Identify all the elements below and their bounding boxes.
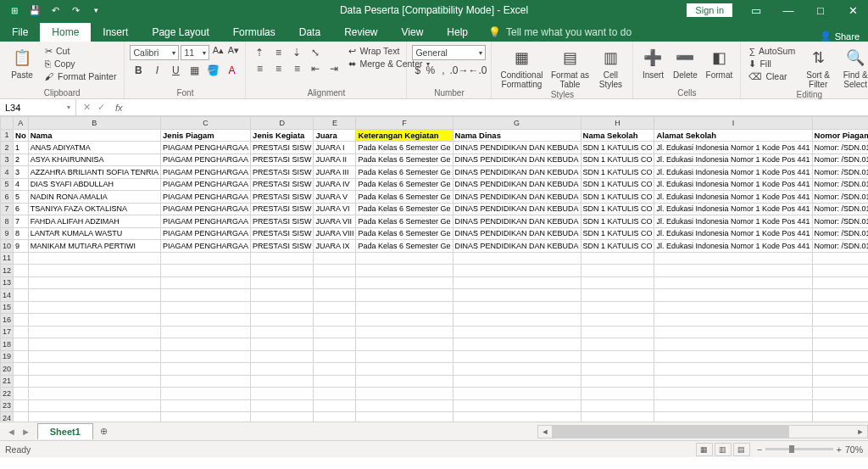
align-top-icon[interactable]: ⇡: [251, 45, 268, 60]
cell-A4[interactable]: 3: [14, 166, 29, 179]
cell-C5[interactable]: PIAGAM PENGHARGAA: [161, 178, 251, 191]
col-header-C[interactable]: C: [161, 117, 251, 130]
font-color-button[interactable]: A: [223, 63, 240, 78]
cell-B16[interactable]: [28, 314, 160, 327]
cell-H24[interactable]: [581, 412, 654, 422]
cell-J22[interactable]: [812, 388, 868, 400]
cell-B4[interactable]: AZZAHRA BRILIANTI SOFIA TENRIA: [28, 166, 160, 179]
cell-A10[interactable]: 9: [14, 240, 29, 253]
cell-B20[interactable]: [28, 363, 160, 376]
row-header-2[interactable]: 2: [1, 142, 14, 154]
cell-H1[interactable]: Nama Sekolah: [581, 129, 654, 142]
cell-J2[interactable]: Nomor: /SDN.01/C.9/D.a.VI.01/2019: [812, 142, 868, 154]
minimize-icon[interactable]: —: [773, 0, 804, 20]
format-painter-button[interactable]: 🖌Format Painter: [42, 70, 119, 82]
cell-G15[interactable]: [453, 301, 581, 314]
find-select-button[interactable]: 🔍Find & Select: [838, 45, 868, 89]
cell-D5[interactable]: PRESTASI SISW: [251, 178, 314, 191]
sort-filter-button[interactable]: ⇅Sort & Filter: [801, 45, 835, 89]
cell-I2[interactable]: Jl. Edukasi Indonesia Nomor 1 Kode Pos 4…: [654, 142, 812, 154]
cell-E22[interactable]: [314, 388, 356, 400]
cell-C16[interactable]: [161, 314, 251, 327]
cell-D8[interactable]: PRESTASI SISW: [251, 215, 314, 228]
cell-C10[interactable]: PIAGAM PENGHARGAA: [161, 240, 251, 253]
percent-icon[interactable]: %: [425, 63, 436, 78]
cell-A7[interactable]: 6: [14, 203, 29, 215]
cell-C1[interactable]: Jenis Piagam: [161, 129, 251, 142]
row-header-10[interactable]: 10: [1, 240, 14, 253]
tab-view[interactable]: View: [390, 23, 436, 42]
cell-B21[interactable]: [28, 375, 160, 388]
row-header-14[interactable]: 14: [1, 289, 14, 302]
cell-H4[interactable]: SDN 1 KATULIS CO: [581, 166, 654, 179]
cell-F11[interactable]: [356, 252, 453, 265]
horizontal-scrollbar[interactable]: ◄ ►: [537, 425, 868, 438]
cell-I6[interactable]: Jl. Edukasi Indonesia Nomor 1 Kode Pos 4…: [654, 191, 812, 204]
cell-F5[interactable]: Pada Kelas 6 Semester Ge: [356, 178, 453, 191]
row-header-18[interactable]: 18: [1, 338, 14, 351]
maximize-icon[interactable]: □: [805, 0, 836, 20]
save-icon[interactable]: 💾: [25, 1, 44, 20]
cell-E12[interactable]: [314, 265, 356, 277]
cell-A12[interactable]: [14, 265, 29, 277]
cell-A2[interactable]: 1: [14, 142, 29, 154]
cell-B15[interactable]: [28, 301, 160, 314]
cell-E6[interactable]: JUARA V: [314, 191, 356, 204]
row-header-11[interactable]: 11: [1, 252, 14, 265]
cut-button[interactable]: ✂Cut: [42, 45, 119, 57]
cell-B19[interactable]: [28, 350, 160, 363]
cell-G20[interactable]: [453, 363, 581, 376]
cell-A19[interactable]: [14, 350, 29, 363]
scroll-right-icon[interactable]: ►: [854, 427, 867, 436]
row-header-21[interactable]: 21: [1, 375, 14, 388]
close-icon[interactable]: ✕: [837, 0, 868, 20]
cell-A22[interactable]: [14, 388, 29, 400]
col-header-I[interactable]: I: [654, 117, 812, 130]
tab-data[interactable]: Data: [287, 23, 332, 42]
cell-C19[interactable]: [161, 350, 251, 363]
tab-help[interactable]: Help: [435, 23, 480, 42]
cell-D2[interactable]: PRESTASI SISW: [251, 142, 314, 154]
scroll-thumb[interactable]: [552, 426, 789, 438]
border-button[interactable]: ▦: [186, 63, 203, 78]
cell-I1[interactable]: Alamat Sekolah: [654, 129, 812, 142]
undo-icon[interactable]: ↶: [46, 1, 64, 20]
cell-B8[interactable]: FAHDA ALIFAH ADZIMAH: [28, 215, 160, 228]
cell-G1[interactable]: Nama Dinas: [453, 129, 581, 142]
cell-F16[interactable]: [356, 314, 453, 327]
cell-G11[interactable]: [453, 252, 581, 265]
col-header-G[interactable]: G: [453, 117, 581, 130]
cell-J4[interactable]: Nomor: /SDN.01/C.9/D.a.VI.01/2019: [812, 166, 868, 179]
cell-H6[interactable]: SDN 1 KATULIS CO: [581, 191, 654, 204]
cell-F24[interactable]: [356, 412, 453, 422]
cell-C15[interactable]: [161, 301, 251, 314]
bold-button[interactable]: B: [130, 63, 147, 78]
share-button[interactable]: 👤Share: [811, 31, 868, 42]
add-sheet-button[interactable]: ⊕: [93, 423, 114, 439]
cell-I9[interactable]: Jl. Edukasi Indonesia Nomor 1 Kode Pos 4…: [654, 227, 812, 240]
cell-J5[interactable]: Nomor: /SDN.01/C.9/D.a.VI.01/2019: [812, 178, 868, 191]
cell-I7[interactable]: Jl. Edukasi Indonesia Nomor 1 Kode Pos 4…: [654, 203, 812, 215]
cell-J23[interactable]: [812, 399, 868, 412]
conditional-formatting-button[interactable]: ▦Conditional Formatting: [497, 45, 546, 89]
cell-C13[interactable]: [161, 276, 251, 289]
cell-C21[interactable]: [161, 375, 251, 388]
cell-F2[interactable]: Pada Kelas 6 Semester Ge: [356, 142, 453, 154]
row-header-20[interactable]: 20: [1, 363, 14, 376]
cell-B17[interactable]: [28, 326, 160, 338]
cell-D12[interactable]: [251, 265, 314, 277]
cell-D17[interactable]: [251, 326, 314, 338]
tab-page-layout[interactable]: Page Layout: [140, 23, 220, 42]
col-header-J[interactable]: J: [812, 117, 868, 130]
cell-A13[interactable]: [14, 276, 29, 289]
clear-button[interactable]: ⌫Clear: [746, 70, 798, 82]
cell-D16[interactable]: [251, 314, 314, 327]
cell-F12[interactable]: [356, 265, 453, 277]
zoom-level[interactable]: 70%: [845, 444, 863, 455]
cell-E17[interactable]: [314, 326, 356, 338]
decrease-font-icon[interactable]: A▾: [226, 45, 240, 60]
cell-G13[interactable]: [453, 276, 581, 289]
cell-G23[interactable]: [453, 399, 581, 412]
cell-G17[interactable]: [453, 326, 581, 338]
row-header-17[interactable]: 17: [1, 326, 14, 338]
